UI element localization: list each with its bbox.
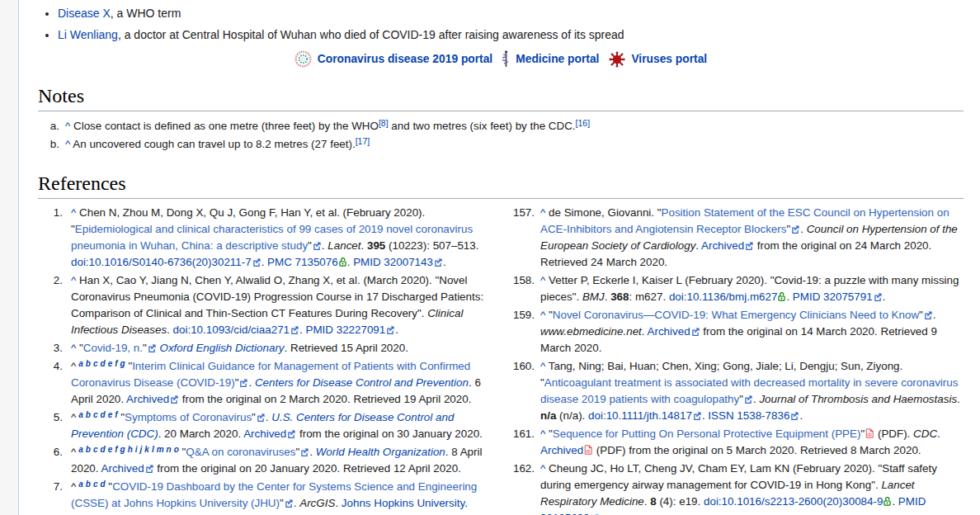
external-link-icon[interactable] bbox=[434, 258, 442, 267]
footnote-ref[interactable]: [8] bbox=[379, 118, 389, 128]
external-link-icon[interactable] bbox=[285, 499, 293, 508]
open-access-lock-icon[interactable] bbox=[339, 257, 346, 267]
wiki-link[interactable]: Disease X bbox=[58, 7, 111, 20]
wiki-link[interactable]: Archived bbox=[648, 325, 690, 338]
wiki-link[interactable]: doi:10.1016/S0140-6736(20)30211-7 bbox=[71, 256, 252, 268]
text: " bbox=[118, 411, 125, 423]
backref-letter-link[interactable]: e bbox=[108, 410, 113, 419]
footnote-ref[interactable]: [17] bbox=[356, 136, 370, 146]
backref-letter-link[interactable]: c bbox=[93, 480, 98, 489]
backref-letter-link[interactable]: d bbox=[101, 410, 106, 419]
backref-letter-link[interactable]: f bbox=[115, 359, 117, 368]
reference-number: 1. bbox=[38, 205, 63, 221]
external-link-icon[interactable] bbox=[252, 258, 261, 267]
external-link-icon[interactable] bbox=[239, 379, 247, 387]
external-link-icon[interactable] bbox=[313, 242, 321, 250]
wiki-link[interactable]: ISSN 1538-7836 bbox=[708, 409, 789, 422]
external-link-icon[interactable] bbox=[287, 430, 295, 438]
backref-letter-link[interactable]: b bbox=[86, 480, 91, 489]
backref-letter-link[interactable]: d bbox=[101, 445, 106, 454]
wiki-link[interactable]: PMID 32007143 bbox=[353, 256, 433, 268]
backref-letter-link[interactable]: k bbox=[144, 445, 149, 454]
external-link-icon[interactable] bbox=[874, 293, 882, 301]
footnote-ref[interactable]: [16] bbox=[576, 118, 591, 128]
external-link-icon[interactable] bbox=[170, 395, 178, 404]
external-link-icon[interactable] bbox=[791, 225, 799, 234]
external-link-icon[interactable] bbox=[744, 395, 752, 404]
backref-letter-link[interactable]: h bbox=[128, 445, 133, 454]
backref-letter-link[interactable]: c bbox=[93, 410, 98, 419]
wiki-link[interactable]: Archived bbox=[701, 239, 744, 252]
reference-item: 162.^ Cheung JC, Ho LT, Cheng JV, Cham E… bbox=[502, 461, 964, 515]
external-link[interactable]: Covid-19, n. bbox=[83, 342, 143, 354]
backref-letter-link[interactable]: i bbox=[135, 445, 138, 454]
external-link[interactable]: Symptoms of Coronavirus bbox=[125, 411, 252, 423]
wiki-link[interactable]: Johns Hopkins University bbox=[342, 497, 464, 509]
backref-letter-link[interactable]: g bbox=[120, 359, 125, 368]
backref-letter-link[interactable]: a bbox=[78, 445, 83, 454]
external-link-icon[interactable] bbox=[257, 413, 265, 422]
backref-letter-link[interactable]: f bbox=[115, 410, 117, 419]
portal-link[interactable]: Coronavirus disease 2019 portal bbox=[318, 53, 492, 65]
portal-link[interactable]: Medicine portal bbox=[516, 53, 599, 65]
wiki-link[interactable]: PMID 32075791 bbox=[793, 291, 873, 303]
wiki-link[interactable]: doi:10.1111/jth.14817 bbox=[588, 409, 692, 422]
external-link[interactable]: Q&A on coronaviruses bbox=[186, 446, 295, 458]
external-link-icon[interactable] bbox=[693, 412, 701, 420]
backref-letter-link[interactable]: o bbox=[174, 445, 179, 454]
wiki-link[interactable]: Li Wenliang bbox=[58, 28, 118, 41]
backref-letters: abcdef bbox=[76, 411, 117, 423]
pdf-icon[interactable] bbox=[584, 445, 592, 455]
backref-letter-link[interactable]: d bbox=[101, 480, 106, 489]
backref-letter-link[interactable]: c bbox=[93, 359, 98, 368]
text: " bbox=[860, 428, 865, 440]
wiki-link[interactable]: PMC 7135076 bbox=[267, 256, 338, 268]
backref-letter-link[interactable]: b bbox=[86, 410, 91, 419]
wiki-link[interactable]: Centers for Disease Control and Preventi… bbox=[255, 376, 469, 389]
backref-letter-link[interactable]: a bbox=[78, 410, 83, 419]
wiki-link[interactable]: PMID 32227091 bbox=[305, 324, 385, 336]
backref-letter-link[interactable]: f bbox=[115, 445, 117, 454]
open-access-lock-icon[interactable] bbox=[778, 291, 785, 301]
wiki-link[interactable]: World Health Organization bbox=[316, 446, 445, 458]
wiki-link[interactable]: doi:10.1136/bmj.m627 bbox=[669, 291, 778, 303]
reference-item: 4.^abcdefg "Interim Clinical Guidance fo… bbox=[38, 358, 493, 408]
backref-letter-link[interactable]: l bbox=[152, 445, 154, 454]
wiki-link[interactable]: Archived bbox=[126, 393, 169, 405]
external-link-icon[interactable] bbox=[924, 311, 932, 319]
external-link-icon[interactable] bbox=[691, 328, 700, 336]
external-link-icon[interactable] bbox=[290, 326, 299, 334]
backref-letter-link[interactable]: g bbox=[120, 445, 125, 454]
external-link-icon[interactable] bbox=[148, 344, 156, 352]
notes-list: a.^ Close contact is defined as one metr… bbox=[38, 117, 964, 153]
external-link-icon[interactable] bbox=[145, 465, 153, 473]
wiki-link[interactable]: Archived bbox=[243, 428, 286, 440]
wiki-link[interactable]: Archived bbox=[101, 462, 144, 475]
backref-letter-link[interactable]: a bbox=[78, 480, 83, 489]
backref-letter-link[interactable]: e bbox=[108, 445, 113, 454]
external-link-icon[interactable] bbox=[745, 242, 753, 250]
portal-link[interactable]: Viruses portal bbox=[631, 53, 707, 65]
external-link-icon[interactable] bbox=[386, 326, 394, 334]
open-access-lock-icon[interactable] bbox=[883, 496, 891, 506]
external-link-icon[interactable] bbox=[300, 448, 309, 456]
wiki-link[interactable]: Oxford English Dictionary bbox=[159, 342, 284, 354]
reference-number: 4. bbox=[38, 358, 63, 375]
backref-letter-link[interactable]: n bbox=[167, 445, 172, 454]
backref-letter-link[interactable]: m bbox=[157, 445, 164, 454]
backref-letter-link[interactable]: a bbox=[78, 359, 83, 368]
external-link-icon[interactable] bbox=[790, 412, 799, 420]
reference-item: 3.^ "Covid-19, n." Oxford English Dictio… bbox=[38, 340, 493, 357]
backref-letter-link[interactable]: b bbox=[86, 445, 91, 454]
backref-letter-link[interactable]: e bbox=[108, 359, 113, 368]
wiki-link[interactable]: doi:10.1016/s2213-2600(20)30084-9 bbox=[704, 495, 883, 508]
backref-letter-link[interactable]: d bbox=[101, 359, 106, 368]
external-link[interactable]: Novel Coronavirus—COVID-19: What Emergen… bbox=[553, 309, 919, 321]
external-link[interactable]: Sequence for Putting On Personal Protect… bbox=[553, 428, 861, 440]
wiki-link[interactable]: Archived bbox=[540, 444, 583, 456]
pdf-icon[interactable] bbox=[865, 428, 874, 438]
backref-letter-link[interactable]: b bbox=[86, 359, 91, 368]
backref-letter-link[interactable]: j bbox=[140, 445, 143, 454]
backref-letter-link[interactable]: c bbox=[93, 445, 98, 454]
wiki-link[interactable]: doi:10.1093/cid/ciaa271 bbox=[173, 324, 290, 336]
